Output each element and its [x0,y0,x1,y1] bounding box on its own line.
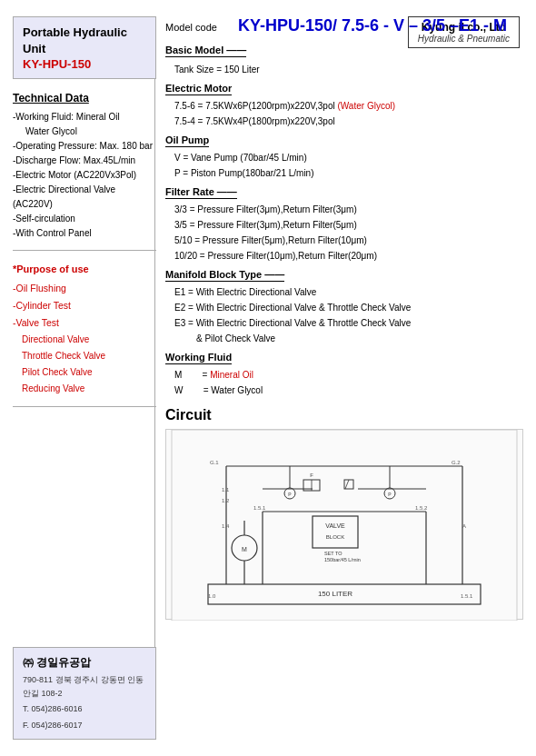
purpose-item-2: -Cylinder Test [13,297,156,314]
purpose-item-3: -Valve Test [13,314,156,332]
oil-pump-group: Oil Pump V = Vane Pump (70bar/45 L/min) … [165,134,523,181]
filter-rate-label: Filter Rate —— [165,186,237,199]
svg-text:1.5.2: 1.5.2 [415,505,428,511]
model-code-value: KY-HPU-150/ 7.5-6 - V – 3/5 –E1 - M [238,16,507,35]
fr-item-4: 10/20 = Pressure Filter(10μm),Return Fil… [174,248,523,264]
product-box: Portable Hydraulic Unit KY-HPU-150 [13,16,156,79]
svg-text:G.1: G.1 [210,460,219,465]
svg-text:VALVE: VALVE [325,522,345,529]
mb-item-2: E2 = With Electric Directional Valve & T… [174,300,523,315]
svg-text:SET TO: SET TO [324,551,342,556]
svg-text:1.5.1: 1.5.1 [461,593,473,599]
electric-motor-label: Electric Motor [165,83,232,95]
purpose-item-5: Throttle Check Valve [22,348,156,364]
purpose-item-1: -Oil Flushing [13,280,156,297]
model-code-label: Model code [165,22,217,33]
company-box: ㈜ 경일유공압 790-811 경북 경주시 강동면 인동안길 108-2 T.… [13,647,156,740]
mb-item-1: E1 = With Electric Directional Valve [174,284,523,300]
em-item-1: 7.5-6 = 7.5KWx6P(1200rpm)x220V,3pol (Wat… [174,98,523,114]
model-code-section: Model code KY-HPU-150/ 7.5-6 - V – 3/5 –… [165,16,523,35]
working-fluid-label: Working Fluid [165,352,232,364]
tech-item-8: -With Control Panel [13,226,156,241]
wf-item-2: W = Water Glycol [174,383,523,398]
svg-text:150bar/45 L/min: 150bar/45 L/min [324,557,361,562]
working-fluid-group: Working Fluid M = Mineral Oil W = Water … [165,352,523,398]
oil-pump-label: Oil Pump [165,134,209,147]
product-model: KY-HPU-150 [23,57,146,71]
product-title: Portable Hydraulic Unit [23,25,146,57]
tech-item-2: Water Glycol [25,124,156,139]
svg-text:A: A [462,523,466,529]
svg-text:1.1: 1.1 [222,487,230,492]
tech-item-3: -Operating Pressure: Max. 180 bar [13,139,156,154]
tech-item-6: -Electric Directional Valve (AC220V) [13,183,156,212]
tank-size: Tank Size = 150 Liter [174,62,523,77]
tech-item-5: -Electric Motor (AC220Vx3Pol) [13,168,156,183]
purpose-item-4: Directional Valve [22,332,156,348]
tech-item-1: -Working Fluid: Mineral Oil [13,110,156,124]
svg-text:G.2: G.2 [452,460,461,465]
spec-section: Basic Model —— Tank Size = 150 Liter Ele… [165,45,523,398]
purpose-item-7: Reducing Valve [22,381,156,397]
wf-item-1: M = Mineral Oil [174,367,523,383]
circuit-diagram: 150 LITER M F VALVE BLOCK P [165,429,523,620]
purpose-title: *Purpose of use [13,264,156,274]
op-item-2: P = Piston Pump(180bar/21 L/min) [174,165,523,181]
svg-text:150 LITER: 150 LITER [318,590,352,598]
em-item-2: 7.5-4 = 7.5KWx4P(1800rpm)x220V,3pol [174,114,523,129]
mb-item-3: E3 = With Electric Directional Valve & T… [174,315,523,331]
svg-text:BLOCK: BLOCK [326,534,344,540]
svg-text:1.5.1: 1.5.1 [253,505,266,511]
electric-motor-group: Electric Motor 7.5-6 = 7.5KWx6P(1200rpm)… [165,83,523,129]
left-panel: Portable Hydraulic Unit KY-HPU-150 Techn… [13,16,156,740]
company-tel: T. 054)286-6016 [23,702,146,715]
svg-text:1.4: 1.4 [222,523,230,529]
company-fax: F. 054)286-6017 [23,719,146,731]
fr-item-3: 5/10 = Pressure Filter(5μm),Return Filte… [174,233,523,248]
basic-model-label: Basic Model —— [165,45,246,57]
tech-item-4: -Discharge Flow: Max.45L/min [13,154,156,168]
filter-rate-group: Filter Rate —— 3/3 = Pressure Filter(3μm… [165,186,523,264]
tech-section: Technical Data -Working Fluid: Mineral O… [13,92,156,251]
svg-text:M: M [242,546,247,552]
manifold-label: Manifold Block Type —— [165,269,284,282]
circuit-title: Circuit [165,407,523,423]
tech-title: Technical Data [13,92,156,104]
svg-text:1.0: 1.0 [208,593,216,599]
fr-item-2: 3/5 = Pressure Filter(3μm),Return Filter… [174,217,523,233]
tech-item-7: -Self-circulation [13,212,156,226]
purpose-item-6: Pilot Check Valve [22,364,156,381]
circuit-svg: 150 LITER M F VALVE BLOCK P [166,430,522,621]
mb-item-3b: & Pilot Check Valve [196,331,523,346]
company-address: 790-811 경북 경주시 강동면 인동안길 108-2 [23,673,146,700]
purpose-section: *Purpose of use -Oil Flushing -Cylinder … [13,264,156,407]
svg-text:1.2: 1.2 [222,498,230,503]
basic-model-group: Basic Model —— Tank Size = 150 Liter [165,45,523,77]
company-name: ㈜ 경일유공압 [23,655,146,671]
fr-item-1: 3/3 = Pressure Filter(3μm),Return Filter… [174,202,523,217]
right-panel: Model code KY-HPU-150/ 7.5-6 - V – 3/5 –… [165,16,523,620]
manifold-group: Manifold Block Type —— E1 = With Electri… [165,269,523,346]
svg-text:F: F [310,472,313,478]
op-item-1: V = Vane Pump (70bar/45 L/min) [174,150,523,165]
